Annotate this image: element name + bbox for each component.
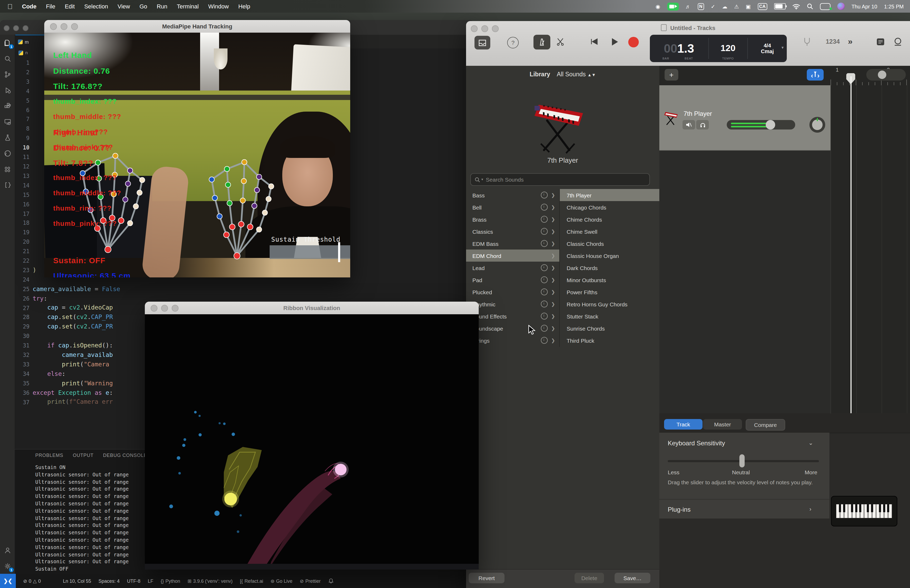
- refact-status[interactable]: [{Refact.ai: [240, 578, 263, 583]
- scissors-icon[interactable]: [554, 36, 566, 47]
- category-plucked[interactable]: Plucked❯: [466, 286, 559, 298]
- notion-icon[interactable]: N: [698, 3, 704, 10]
- sound-power-fifths[interactable]: Power Fifths: [559, 286, 659, 298]
- category-edm-chord[interactable]: EDM Chord❯: [466, 250, 559, 262]
- tab-master[interactable]: Master: [703, 419, 742, 430]
- download-icon[interactable]: [541, 325, 548, 332]
- category-classics[interactable]: Classics❯: [466, 225, 559, 237]
- screen-record-icon[interactable]: ▣: [746, 2, 751, 11]
- count-in-button[interactable]: 1234: [826, 38, 840, 45]
- category-bass[interactable]: Bass❯: [466, 189, 559, 201]
- menu-run[interactable]: Run: [157, 3, 167, 10]
- sound-classic-house-organ[interactable]: Classic House Organ: [559, 250, 659, 262]
- rewind-button[interactable]: [588, 36, 601, 47]
- piano-keyboard-widget[interactable]: [831, 496, 897, 527]
- tab-compare[interactable]: Compare: [746, 419, 785, 431]
- control-center-icon[interactable]: [820, 3, 831, 10]
- sync-check-icon[interactable]: ✓: [711, 2, 715, 11]
- category-sound-effects[interactable]: Sound Effects❯: [466, 310, 559, 322]
- alert-icon[interactable]: ⚠: [734, 2, 739, 11]
- zoom-icon[interactable]: [23, 25, 28, 31]
- play-button[interactable]: [609, 35, 621, 48]
- sound-retro-horns-guy-chords[interactable]: Retro Horns Guy Chords: [559, 298, 659, 310]
- minimize-icon[interactable]: [161, 305, 168, 311]
- menu-clock[interactable]: 1:25 PM: [884, 2, 904, 11]
- download-icon[interactable]: [541, 216, 548, 223]
- editor-tab[interactable]: m: [15, 35, 45, 48]
- chevron-down-icon[interactable]: ▾: [782, 45, 784, 50]
- mute-button[interactable]: [682, 120, 695, 129]
- delete-button[interactable]: Delete: [575, 573, 604, 583]
- menu-file[interactable]: File: [46, 3, 55, 10]
- lcd-time-signature[interactable]: 4/4: [761, 43, 774, 48]
- prettier-status[interactable]: ⊘Prettier: [300, 578, 321, 583]
- metronome-button[interactable]: [533, 35, 550, 50]
- volume-knob[interactable]: [766, 120, 775, 129]
- menu-help[interactable]: Help: [238, 3, 250, 10]
- loop-browser-button[interactable]: [892, 36, 904, 47]
- category-strings[interactable]: Strings❯: [466, 334, 559, 346]
- close-icon[interactable]: [4, 25, 10, 31]
- zoom-slider[interactable]: [866, 69, 906, 81]
- category-brass[interactable]: Brass❯: [466, 213, 559, 225]
- problems-status[interactable]: ⊘0 △0: [23, 578, 41, 583]
- eol[interactable]: LF: [148, 578, 153, 583]
- download-icon[interactable]: [541, 300, 548, 307]
- panel-tab-debug-console[interactable]: DEBUG CONSOLE: [103, 453, 147, 458]
- lcd-key[interactable]: Cmaj: [761, 48, 774, 54]
- input-source-icon[interactable]: CA: [758, 3, 767, 10]
- threshold-marker[interactable]: [338, 242, 340, 262]
- chevron-down-icon[interactable]: ⌄: [808, 439, 813, 446]
- category-pad[interactable]: Pad❯: [466, 274, 559, 286]
- activity-refact-icon[interactable]: [0, 177, 15, 193]
- download-icon[interactable]: [541, 276, 548, 283]
- zoom-icon[interactable]: [71, 23, 78, 30]
- tuning-fork-icon[interactable]: [802, 36, 812, 47]
- pan-knob[interactable]: [810, 117, 825, 132]
- close-icon[interactable]: [150, 305, 157, 311]
- sensitivity-slider-thumb[interactable]: [739, 454, 745, 467]
- activity-explorer-icon[interactable]: 1: [0, 35, 15, 50]
- activity-remote-icon[interactable]: [0, 114, 15, 129]
- category-edm-bass[interactable]: EDM Bass❯: [466, 237, 559, 250]
- activity-run-debug-icon[interactable]: [0, 82, 15, 98]
- catch-playhead-button[interactable]: [807, 69, 824, 81]
- download-icon[interactable]: [541, 240, 548, 247]
- sound-chicago-chords[interactable]: Chicago Chords: [559, 201, 659, 213]
- activity-extensions-icon[interactable]: [0, 98, 15, 114]
- minimize-icon[interactable]: [61, 23, 68, 30]
- python-interpreter[interactable]: ⊞3.9.6 ('venv': venv): [187, 578, 233, 583]
- sound-sunrise-chords[interactable]: Sunrise Chords: [559, 322, 659, 334]
- download-icon[interactable]: [541, 204, 548, 210]
- track-header[interactable]: 7th Player: [659, 85, 831, 150]
- activity-search-icon[interactable]: [0, 50, 15, 66]
- download-icon[interactable]: [541, 313, 548, 320]
- menu-go[interactable]: Go: [139, 3, 147, 10]
- lcd-display[interactable]: 001.3 BAR BEAT 120 TEMPO 4/4 Cmaj ▾: [650, 35, 787, 62]
- timeline-lanes[interactable]: [831, 85, 910, 413]
- sound-stutter-stack[interactable]: Stutter Stack: [559, 310, 659, 322]
- forward-icon[interactable]: »: [848, 37, 853, 46]
- menu-edit[interactable]: Edit: [65, 3, 75, 10]
- search-icon[interactable]: [807, 2, 813, 11]
- mediapipe-titlebar[interactable]: MediaPipe Hand Tracking: [44, 20, 350, 32]
- sound-chime-swell[interactable]: Chime Swell: [559, 225, 659, 237]
- library-toggle-button[interactable]: [475, 36, 490, 50]
- panel-tab-output[interactable]: OUTPUT: [73, 453, 94, 458]
- activity-testing-icon[interactable]: [0, 129, 15, 145]
- remote-indicator[interactable]: ❯❮: [0, 574, 16, 588]
- menu-terminal[interactable]: Terminal: [177, 3, 199, 10]
- zoom-icon[interactable]: [172, 305, 178, 311]
- help-button[interactable]: ?: [507, 37, 519, 48]
- category-rhythmic[interactable]: Rhythmic❯: [466, 298, 559, 310]
- cloud-icon[interactable]: ☁: [722, 2, 727, 11]
- download-icon[interactable]: [541, 264, 548, 271]
- menu-selection[interactable]: Selection: [84, 3, 108, 10]
- download-icon[interactable]: [541, 228, 548, 235]
- menu-view[interactable]: View: [118, 3, 130, 10]
- sound-chime-chords[interactable]: Chime Chords: [559, 213, 659, 225]
- category-bell[interactable]: Bell❯: [466, 201, 559, 213]
- breadcrumb[interactable]: n: [15, 48, 27, 57]
- activity-github-icon[interactable]: [0, 145, 15, 161]
- activity-spaces-icon[interactable]: [0, 161, 15, 177]
